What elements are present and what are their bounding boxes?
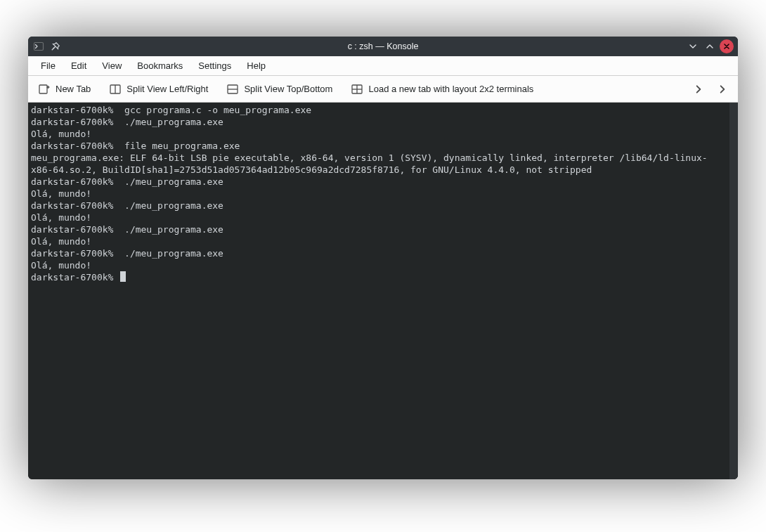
split-tb-icon: [226, 83, 239, 96]
svg-rect-1: [39, 85, 47, 93]
split-top-bottom-button[interactable]: Split View Top/Bottom: [223, 80, 335, 98]
menu-view[interactable]: View: [95, 58, 129, 74]
pin-icon[interactable]: [49, 40, 62, 53]
terminal-line: Olá, mundo!: [31, 235, 727, 247]
load-layout-button[interactable]: Load a new tab with layout 2x2 terminals: [348, 80, 536, 98]
terminal[interactable]: darkstar-6700k% gcc programa.c -o meu_pr…: [28, 103, 729, 479]
split-lr-label: Split View Left/Right: [126, 84, 208, 94]
terminal-line: darkstar-6700k%: [31, 271, 727, 283]
terminal-line: Olá, mundo!: [31, 188, 727, 200]
new-tab-button[interactable]: New Tab: [35, 80, 93, 98]
split-left-right-button[interactable]: Split View Left/Right: [106, 80, 211, 98]
toolbar-prev-icon[interactable]: [693, 84, 704, 95]
terminal-line: darkstar-6700k% ./meu_programa.exe: [31, 223, 727, 235]
load-layout-label: Load a new tab with layout 2x2 terminals: [368, 84, 533, 94]
scrollbar[interactable]: [729, 103, 738, 479]
toolbar-overflow-icon[interactable]: [717, 84, 728, 95]
maximize-button[interactable]: [703, 39, 717, 53]
konsole-window: c : zsh — Konsole File Edit View Bookmar…: [28, 37, 738, 479]
terminal-line: darkstar-6700k% ./meu_programa.exe: [31, 200, 727, 212]
new-tab-label: New Tab: [56, 84, 91, 94]
grid-2x2-icon: [351, 83, 363, 96]
menubar: File Edit View Bookmarks Settings Help: [28, 56, 738, 76]
terminal-line: darkstar-6700k% file meu_programa.exe: [31, 140, 727, 152]
minimize-button[interactable]: [686, 39, 700, 53]
terminal-area: darkstar-6700k% gcc programa.c -o meu_pr…: [28, 103, 738, 479]
menu-bookmarks[interactable]: Bookmarks: [130, 58, 190, 74]
menu-edit[interactable]: Edit: [64, 58, 93, 74]
terminal-line: Olá, mundo!: [31, 259, 727, 271]
terminal-line: darkstar-6700k% ./meu_programa.exe: [31, 247, 727, 259]
close-button[interactable]: [720, 39, 734, 53]
svg-rect-0: [34, 43, 44, 51]
split-tb-label: Split View Top/Bottom: [244, 84, 332, 94]
terminal-line: darkstar-6700k% gcc programa.c -o meu_pr…: [31, 104, 727, 116]
split-lr-icon: [109, 83, 122, 96]
terminal-line: darkstar-6700k% ./meu_programa.exe: [31, 116, 727, 128]
terminal-line: Olá, mundo!: [31, 212, 727, 223]
terminal-line: darkstar-6700k% ./meu_programa.exe: [31, 176, 727, 188]
window-title: c : zsh — Konsole: [28, 41, 738, 51]
cursor: [120, 271, 126, 282]
menu-settings[interactable]: Settings: [191, 58, 238, 74]
titlebar[interactable]: c : zsh — Konsole: [28, 37, 738, 56]
terminal-line: meu_programa.exe: ELF 64-bit LSB pie exe…: [31, 152, 727, 176]
app-menu-icon[interactable]: [32, 40, 45, 53]
menu-help[interactable]: Help: [240, 58, 273, 74]
menu-file[interactable]: File: [34, 58, 63, 74]
new-tab-icon: [38, 83, 51, 96]
terminal-line: Olá, mundo!: [31, 128, 727, 140]
toolbar: New Tab Split View Left/Right: [28, 76, 738, 103]
